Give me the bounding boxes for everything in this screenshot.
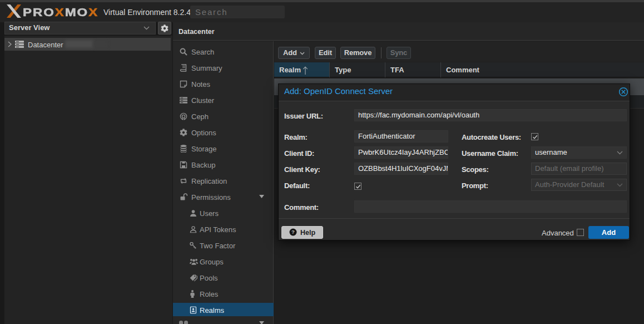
svg-text:?: ? xyxy=(291,229,295,235)
